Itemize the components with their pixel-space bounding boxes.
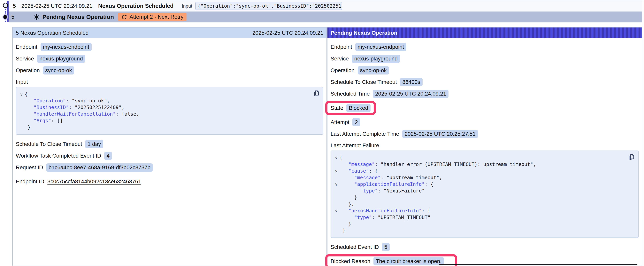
json-line-text: } <box>340 227 346 234</box>
event-timestamp: 2025-02-25 UTC 20:24:09.21 <box>22 3 92 9</box>
gutter-spacer <box>333 214 340 221</box>
field-request-id: Request ID b1c6a4bc-8ee7-468a-9169-df3b0… <box>16 163 323 172</box>
json-line: "message": "handler error (UPSTREAM_TIME… <box>333 161 624 168</box>
bottom-divider-line <box>439 264 637 265</box>
gutter-spacer <box>333 174 340 181</box>
json-line-text: } <box>340 194 357 201</box>
field-label: Last Attempt Complete Time <box>330 131 399 137</box>
json-line: "type": "NexusFailure" <box>333 188 624 194</box>
json-line: } <box>333 194 624 201</box>
field-value-chip: 1 day <box>85 140 103 148</box>
timeline-event-dot-selected[interactable] <box>3 15 7 19</box>
copy-icon[interactable] <box>313 90 320 97</box>
field-value-chip: my-nexus-endpoint <box>40 43 92 51</box>
state-highlight-annotation: State Blocked <box>325 101 376 115</box>
field-value-chip: 2025-02-25 UTC 20:24:09.21 <box>373 90 448 98</box>
json-line: ∨ "nexusHandlerFailureInfo": { <box>333 207 624 214</box>
input-preview-chip[interactable]: {"Operation":"sync-op-ok","BusinessID":"… <box>195 2 342 10</box>
json-line-text: "message": "upstream timeout", <box>340 174 442 181</box>
collapse-chevron-icon[interactable]: ∨ <box>18 91 25 98</box>
field-value-chip: 5 <box>382 243 390 251</box>
field-value-chip: nexus-playground <box>37 55 85 63</box>
field-label: State <box>330 105 343 111</box>
json-line: } <box>18 124 309 131</box>
field-label: Service <box>330 56 349 62</box>
event-detail-header-title: 5 Nexus Operation Scheduled <box>16 30 89 36</box>
json-line: "type": "UPSTREAM_TIMEOUT" <box>333 214 624 221</box>
field-endpoint: Endpoint my-nexus-endpoint <box>330 43 638 52</box>
event-row-pending[interactable]: 5 Pending Nexus Operation Attempt 2 · Ne… <box>9 12 642 23</box>
failure-json-viewer: ∨{ "message": "handler error (UPSTREAM_T… <box>330 151 638 238</box>
json-line: "BusinessID": "20250225122409", <box>18 104 309 111</box>
gutter-spacer <box>18 104 25 111</box>
field-value-chip: 2 <box>352 118 360 126</box>
field-value-chip: 2025-02-25 UTC 20:25:27.51 <box>402 130 478 138</box>
field-label: Schedule To Close Timeout <box>330 79 397 85</box>
json-line-text: "applicationFailureInfo": { <box>340 181 434 188</box>
json-line-text: "BusinessID": "20250225122409", <box>25 104 124 111</box>
json-line: }, <box>333 201 624 207</box>
endpoint-id-link[interactable]: 3c0c75ccfa8144b092c13ce632463761 <box>47 178 141 185</box>
json-line-text: "type": "NexusFailure" <box>340 188 425 194</box>
input-json-viewer: ∨{ "Operation": "sync-op-ok", "BusinessI… <box>16 87 323 135</box>
field-label: Request ID <box>16 164 43 171</box>
retry-badge: Attempt 2 · Next Retry <box>118 13 186 21</box>
json-line-text: "type": "UPSTREAM_TIMEOUT" <box>340 214 430 221</box>
json-line-text: "message": "handler error (UPSTREAM_TIME… <box>340 161 536 168</box>
json-line: "Args": [] <box>18 117 309 124</box>
blocked-reason-value-chip: The circuit breaker is open. <box>374 257 444 265</box>
json-line: ∨ "cause": { <box>333 168 624 174</box>
field-endpoint-id: Endpoint ID 3c0c75ccfa8144b092c13ce63246… <box>16 177 323 186</box>
vertical-scrollbar[interactable] <box>642 1 644 266</box>
gutter-spacer <box>333 227 340 234</box>
retry-badge-label: Attempt 2 · Next Retry <box>130 14 184 20</box>
input-preview-label: Input <box>182 3 192 9</box>
copy-icon[interactable] <box>628 153 635 161</box>
field-last-attempt-complete: Last Attempt Complete Time 2025-02-25 UT… <box>330 129 638 138</box>
field-state: State Blocked <box>330 104 370 113</box>
event-id-link[interactable]: 5 <box>13 3 16 9</box>
field-label: Endpoint ID <box>16 178 44 185</box>
field-service: Service nexus-playground <box>330 54 638 63</box>
json-line: ∨{ <box>18 91 309 98</box>
gutter-spacer <box>333 188 340 194</box>
json-line: ∨{ <box>333 154 624 161</box>
field-label: Endpoint <box>330 44 352 50</box>
field-scheduled-time: Scheduled Time 2025-02-25 UTC 20:24:09.2… <box>330 89 638 98</box>
field-label: Operation <box>330 67 354 74</box>
field-label: Attempt <box>330 119 349 125</box>
field-label: Schedule To Close Timeout <box>16 141 82 147</box>
json-line-text: "Args": [] <box>25 117 63 124</box>
timeline-event-dot-open[interactable] <box>3 3 8 8</box>
field-label: Operation <box>16 67 40 74</box>
pending-operation-header: Pending Nexus Operation <box>328 28 642 38</box>
field-value-chip: sync-op-ok <box>43 66 74 75</box>
collapse-chevron-icon[interactable]: ∨ <box>333 168 340 174</box>
json-line-text: "cause": { <box>340 168 378 174</box>
gutter-spacer <box>18 98 25 104</box>
field-attempt: Attempt 2 <box>330 118 638 127</box>
field-label: Workflow Task Completed Event ID <box>16 153 101 159</box>
last-attempt-failure-label: Last Attempt Failure <box>330 142 638 149</box>
timeline-dashed-connector <box>5 6 6 22</box>
field-value-chip: b1c6a4bc-8ee7-468a-9169-df3b02c8737b <box>46 163 153 172</box>
workflow-history-page: 5 2025-02-25 UTC 20:24:09.21 Nexus Opera… <box>0 0 644 266</box>
state-value-chip: Blocked <box>346 104 370 112</box>
blocked-reason-highlight-annotation: Blocked Reason The circuit breaker is op… <box>325 254 457 266</box>
collapse-chevron-icon[interactable]: ∨ <box>333 181 340 188</box>
field-wft-completed-id: Workflow Task Completed Event ID 4 <box>16 151 323 160</box>
pending-asterisk-icon <box>33 14 40 20</box>
json-line-text: }, <box>340 201 354 207</box>
gutter-spacer <box>333 161 340 168</box>
event-row-scheduled[interactable]: 5 2025-02-25 UTC 20:24:09.21 Nexus Opera… <box>9 1 642 12</box>
field-value-chip: sync-op-ok <box>358 66 389 75</box>
collapse-chevron-icon[interactable]: ∨ <box>333 154 340 161</box>
field-label: Service <box>16 56 34 62</box>
json-line: "HandlerWaitForCancellation": false, <box>18 111 309 117</box>
event-name: Nexus Operation Scheduled <box>98 3 174 9</box>
collapse-chevron-icon[interactable]: ∨ <box>333 207 340 214</box>
field-label: Scheduled Event ID <box>330 244 379 250</box>
input-section-label: Input <box>16 79 323 85</box>
pending-event-id-link[interactable]: 5 <box>11 14 14 20</box>
gutter-spacer <box>333 221 340 227</box>
